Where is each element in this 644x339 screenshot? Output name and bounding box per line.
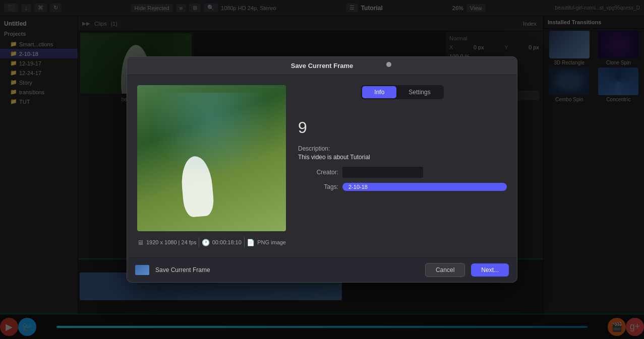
timecode-value: 00:00:18:10 [212,239,242,245]
meta-separator [199,237,199,247]
creator-label: Creator: [298,169,338,176]
tab-control: Info Settings [361,85,443,99]
tab-info[interactable]: Info [362,86,396,98]
dialog-overlay: Save Current Frame 🖥 1920 x 1080 | 24 fp… [0,0,644,339]
tags-label: Tags: [298,183,338,190]
meta-separator-2 [244,237,245,247]
cancel-button[interactable]: Cancel [425,263,465,277]
format-meta: 📄 PNG image [247,239,286,246]
frame-preview-image [137,85,286,231]
resolution-value: 1920 x 1080 | 24 fps [146,239,197,245]
clock-icon: 🕐 [202,239,210,246]
dialog-body: 🖥 1920 x 1080 | 24 fps 🕐 00:00:18:10 📄 P… [127,75,517,257]
monitor-icon: 🖥 [137,239,144,246]
dialog-titlebar: Save Current Frame [127,57,517,75]
dialog-footer: Save Current Frame Cancel Next... [127,257,517,282]
info-grid: Creator: Tags: 2-10-18 [298,167,507,191]
next-button[interactable]: Next... [471,263,509,277]
creator-input[interactable] [342,167,423,178]
tab-settings[interactable]: Settings [396,86,442,98]
footer-frame-icon [135,265,149,275]
format-value: PNG image [257,239,286,245]
timecode-meta: 🕐 00:00:18:10 [202,239,242,246]
description-row: Description: This video is about Tutoria… [298,145,507,161]
resolution-meta: 🖥 1920 x 1080 | 24 fps [137,239,197,246]
tag-badge: 2-10-18 [342,183,507,191]
frame-number: 9 [298,118,507,137]
save-frame-dialog: Save Current Frame 🖥 1920 x 1080 | 24 fp… [127,56,517,283]
dialog-info-section: Info Settings 9 Description: This video … [298,85,507,247]
dialog-preview-section: 🖥 1920 x 1080 | 24 fps 🕐 00:00:18:10 📄 P… [137,85,286,247]
dialog-title: Save Current Frame [291,62,354,70]
footer-save-label: Save Current Frame [155,266,419,274]
file-icon: 📄 [247,239,255,246]
description-label: Description: [298,145,507,152]
preview-meta: 🖥 1920 x 1080 | 24 fps 🕐 00:00:18:10 📄 P… [137,237,286,247]
description-value: This video is about Tutorial [298,154,507,161]
